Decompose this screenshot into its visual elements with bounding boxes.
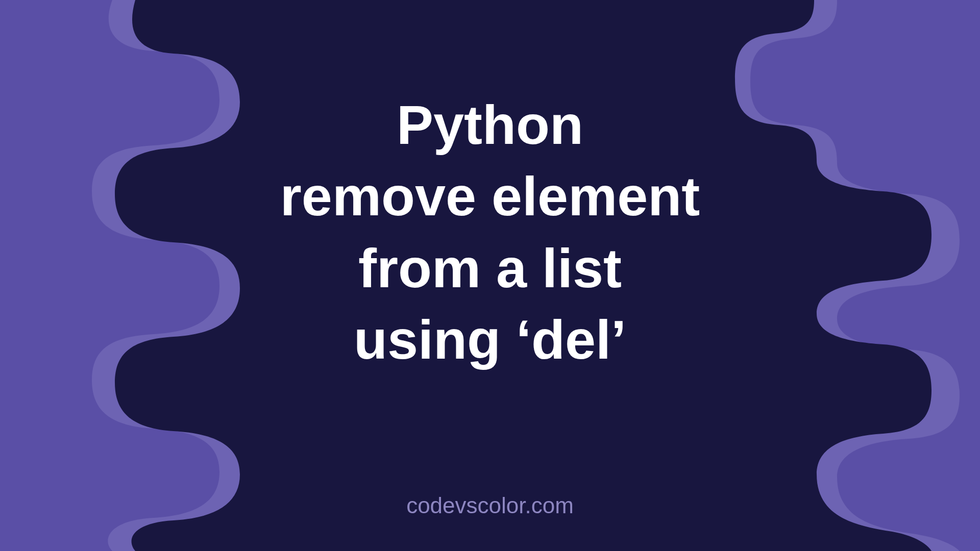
title-line-3: from a list <box>0 233 980 304</box>
title-line-2: remove element <box>0 161 980 232</box>
title-line-4: using ‘del’ <box>0 304 980 375</box>
main-title: Python remove element from a list using … <box>0 89 980 376</box>
title-line-1: Python <box>0 89 980 161</box>
attribution: codevscolor.com <box>0 493 980 518</box>
